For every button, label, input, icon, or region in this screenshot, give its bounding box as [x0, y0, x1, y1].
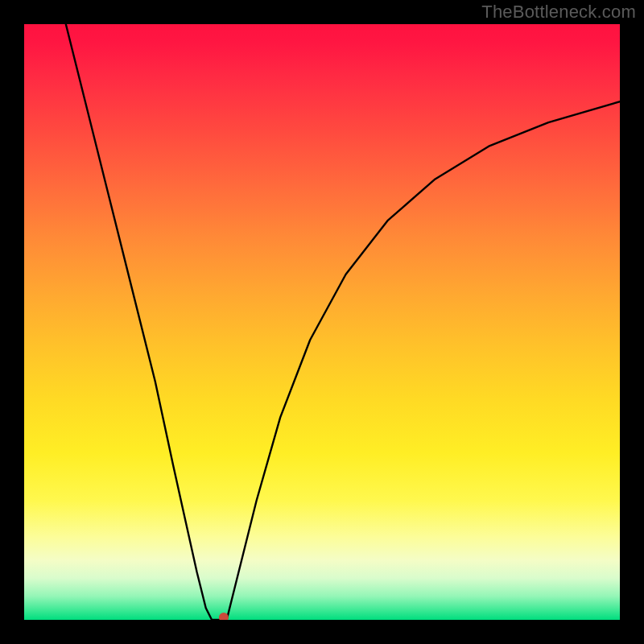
curve-layer [24, 24, 620, 620]
watermark-text: TheBottleneck.com [481, 2, 636, 23]
curve-right-branch [227, 101, 620, 620]
chart-frame: TheBottleneck.com [0, 0, 644, 644]
curve-left-branch [66, 24, 227, 620]
plot-area [24, 24, 620, 620]
marker-dot [219, 613, 229, 620]
